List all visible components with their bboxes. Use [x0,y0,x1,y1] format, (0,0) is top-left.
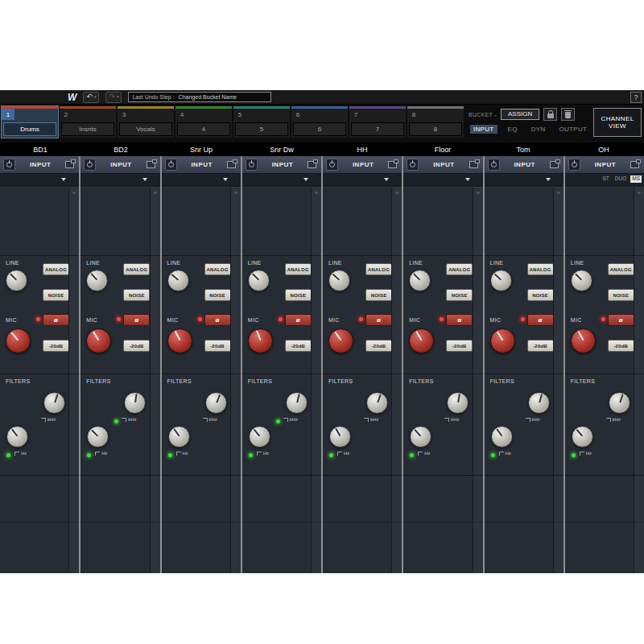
view-tab-dyn[interactable]: DYN [528,125,549,134]
mic-knob[interactable] [167,328,192,353]
view-tab-input[interactable]: INPUT [470,125,497,134]
mic-knob[interactable] [571,328,596,353]
phase-button[interactable]: ø [527,314,554,326]
mic-knob[interactable] [6,328,31,353]
bucket-tab[interactable]: 5 5 [233,106,290,138]
lpf-knob[interactable] [447,392,469,414]
strip-scroll-rail[interactable] [553,188,564,573]
lpf-knob[interactable] [124,392,146,414]
analog-button[interactable]: ANALOG [123,263,150,275]
collapse-arrow-icon[interactable] [384,178,389,181]
noise-button[interactable]: NOISE [446,289,473,301]
power-button[interactable] [568,159,580,171]
line-knob[interactable] [6,270,27,291]
noise-button[interactable]: NOISE [285,289,312,301]
help-button[interactable]: ? [630,92,642,103]
hpf-knob[interactable] [249,426,270,448]
power-button[interactable] [84,159,96,171]
view-tab-eq[interactable]: EQ [505,125,521,134]
redo-button[interactable]: ↷▾ [105,92,122,103]
phase-button[interactable]: ø [608,314,634,326]
noise-button[interactable]: NOISE [527,289,554,301]
pad-button[interactable]: -20dB [446,340,473,352]
analog-button[interactable]: ANALOG [527,263,554,275]
collapse-arrow-icon[interactable] [142,178,147,181]
external-window-icon[interactable] [147,161,155,168]
noise-button[interactable]: NOISE [43,289,69,301]
external-window-icon[interactable] [308,161,316,168]
strip-scroll-rail[interactable] [473,188,483,573]
analog-button[interactable]: ANALOG [446,263,473,275]
power-button[interactable] [165,159,177,171]
strip-scroll-rail[interactable] [68,188,79,573]
bucket-tab[interactable]: 4 4 [175,106,232,138]
lpf-knob[interactable] [366,392,388,414]
lpf-knob[interactable] [205,392,227,414]
collapse-arrow-icon[interactable] [61,178,66,181]
lpf-knob[interactable] [43,392,65,414]
assign-button[interactable]: ASSIGN [501,109,539,120]
hpf-knob[interactable] [6,426,28,448]
phase-button[interactable]: ø [43,314,69,326]
hpf-knob[interactable] [329,426,351,448]
external-window-icon[interactable] [65,161,74,168]
external-window-icon[interactable] [388,161,397,168]
lpf-knob[interactable] [528,392,550,414]
power-button[interactable] [407,159,419,171]
collapse-arrow-icon[interactable] [223,178,228,181]
pad-button[interactable]: -20dB [608,340,634,352]
external-window-icon[interactable] [550,161,559,168]
pad-button[interactable]: -20dB [123,340,150,352]
analog-button[interactable]: ANALOG [608,263,634,275]
bucket-tab[interactable]: 3 Vocals [118,106,174,138]
collapse-arrow-icon[interactable] [465,178,470,181]
line-knob[interactable] [490,270,512,291]
bucket-tab[interactable]: 2 Insnts [60,106,116,138]
hpf-knob[interactable] [572,426,593,448]
power-button[interactable] [488,159,500,171]
mic-knob[interactable] [328,328,353,353]
pad-button[interactable]: -20dB [204,340,231,352]
power-button[interactable] [246,159,258,171]
strip-scroll-rail[interactable] [311,188,321,573]
lpf-knob[interactable] [286,392,308,414]
strip-scroll-rail[interactable] [150,188,160,573]
phase-button[interactable]: ø [123,314,150,326]
noise-button[interactable]: NOISE [123,289,150,301]
bucket-tab[interactable]: 8 8 [407,106,464,138]
hpf-knob[interactable] [410,426,431,448]
analog-button[interactable]: ANALOG [365,263,392,275]
line-knob[interactable] [571,270,592,291]
phase-button[interactable]: ø [285,314,312,326]
phase-button[interactable]: ø [204,314,231,326]
mode-option-st[interactable]: ST [601,175,610,183]
pad-button[interactable]: -20dB [365,340,392,352]
strip-scroll-rail[interactable] [230,188,241,573]
noise-button[interactable]: NOISE [204,289,231,301]
pad-button[interactable]: -20dB [43,340,69,352]
view-tab-output[interactable]: OUTPUT [555,125,590,134]
analog-button[interactable]: ANALOG [285,263,312,275]
strip-scroll-rail[interactable] [634,188,644,573]
bucket-tab[interactable]: 6 6 [291,106,348,138]
power-button[interactable] [326,159,338,171]
undo-button[interactable]: ↶▾ [83,92,99,103]
line-knob[interactable] [409,270,431,291]
pad-button[interactable]: -20dB [527,340,554,352]
pad-button[interactable]: -20dB [285,340,312,352]
mode-option-duo[interactable]: DUO [613,175,628,183]
phase-button[interactable]: ø [365,314,392,326]
phase-button[interactable]: ø [446,314,473,326]
hpf-knob[interactable] [491,426,513,448]
line-knob[interactable] [167,270,189,291]
power-button[interactable] [3,159,15,171]
external-window-icon[interactable] [630,161,639,168]
channel-view-button[interactable]: CHANNEL VIEW [593,108,642,137]
hpf-knob[interactable] [168,426,190,448]
mic-knob[interactable] [490,328,515,353]
line-knob[interactable] [248,270,270,291]
lock-button[interactable] [543,108,557,121]
analog-button[interactable]: ANALOG [204,263,231,275]
bucket-tab[interactable]: 7 7 [349,106,406,138]
hpf-knob[interactable] [87,426,109,448]
